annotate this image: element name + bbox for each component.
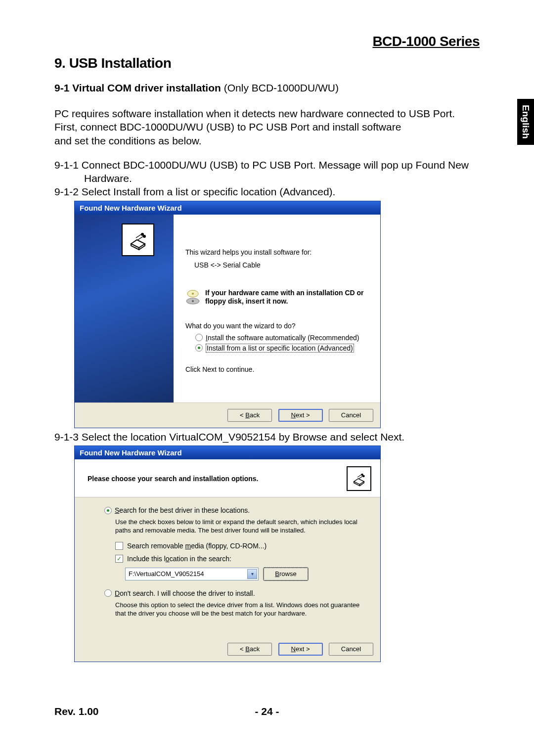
step-9-1-1-line1: 9-1-1 Connect BDC-1000DU/WU (USB) to PC …	[54, 159, 469, 171]
wizard-dialog-2: Found New Hardware Wizard Please choose …	[74, 445, 381, 662]
dialog2-buttons: < Back Next > Cancel	[75, 628, 380, 662]
dialog2-help2: Choose this option to select the device …	[115, 601, 367, 618]
path-value: F:\VertualCOM_V9052154	[129, 570, 204, 578]
cd-hint-text: If your hardware came with an installati…	[205, 289, 368, 306]
check-media-row[interactable]: Search removable media (floppy, CD-ROM..…	[115, 542, 367, 550]
dialog2-header: Please choose your search and installati…	[75, 459, 380, 497]
radio-search-label: Search for the best driver in these loca…	[115, 506, 250, 514]
browse-button[interactable]: Browse	[264, 568, 308, 580]
svg-point-5	[192, 300, 194, 302]
path-row: F:\VertualCOM_V9052154 ▾ Browse	[125, 568, 367, 580]
dialog1-content: This wizard helps you install software f…	[174, 215, 380, 402]
check-media-label: Search removable media (floppy, CD-ROM..…	[127, 542, 267, 550]
wizard-dialog-1: Found New Hardware Wizard	[74, 201, 381, 428]
step-9-1-1-line2: Hardware.	[54, 172, 480, 185]
radio-auto-row[interactable]: Install the software automatically (Reco…	[195, 334, 368, 342]
back-button[interactable]: < Back	[227, 643, 272, 656]
radio-list-row[interactable]: Install from a list or specific location…	[195, 344, 368, 353]
intro-paragraph: PC requires software installation when i…	[54, 107, 480, 147]
dialog1-click-next: Click Next to continue.	[185, 365, 368, 373]
dialog2-titlebar: Found New Hardware Wizard	[75, 446, 380, 459]
dialog1-body: This wizard helps you install software f…	[75, 215, 380, 402]
svg-point-7	[363, 476, 364, 477]
series-header: BCD-1000 Series	[54, 34, 480, 49]
back-button[interactable]: < Back	[227, 409, 272, 422]
radio-dont-search-label: Don't search. I will choose the driver t…	[115, 589, 255, 597]
subsection-bold: 9-1 Virtual COM driver installation	[54, 82, 221, 93]
section-title: 9. USB Installation	[54, 55, 480, 71]
dialog1-question: What do you want the wizard to do?	[185, 322, 368, 330]
hardware-icon	[347, 466, 371, 491]
check-location[interactable]	[115, 555, 123, 563]
dialog2-header-text: Please choose your search and installati…	[88, 475, 258, 483]
page: English BCD-1000 Series 9. USB Installat…	[0, 0, 534, 756]
check-media[interactable]	[115, 542, 123, 550]
dialog1-titlebar: Found New Hardware Wizard	[75, 201, 380, 215]
cancel-button[interactable]: Cancel	[329, 409, 373, 422]
radio-auto[interactable]	[195, 334, 203, 341]
radio-auto-label: Install the software automatically (Reco…	[206, 334, 359, 342]
cd-icon	[185, 289, 200, 307]
dialog1-device: USB <-> Serial Cable	[194, 261, 368, 269]
check-location-label: Include this location in the search:	[127, 555, 231, 563]
dialog1-banner	[75, 215, 174, 402]
dialog1-buttons: < Back Next > Cancel	[75, 402, 380, 428]
dialog2-help1: Use the check boxes below to limit or ex…	[115, 518, 367, 535]
content: BCD-1000 Series 9. USB Installation 9-1 …	[54, 34, 480, 664]
dialog2-body: Search for the best driver in these loca…	[75, 497, 380, 628]
radio-list[interactable]	[195, 344, 203, 352]
dialog1-intro: This wizard helps you install software f…	[185, 248, 368, 256]
dropdown-icon[interactable]: ▾	[247, 569, 257, 579]
cd-hint-row: If your hardware came with an installati…	[185, 289, 368, 307]
svg-point-0	[141, 233, 143, 235]
footer-page: - 24 -	[0, 706, 534, 717]
radio-dont-search-row[interactable]: Don't search. I will choose the driver t…	[104, 589, 367, 597]
radio-search[interactable]	[104, 507, 112, 514]
svg-point-1	[143, 235, 145, 237]
subsection-title: 9-1 Virtual COM driver installation (Onl…	[54, 82, 480, 94]
language-tab: English	[517, 99, 534, 145]
hardware-icon	[122, 223, 154, 256]
radio-list-label: Install from a list or specific location…	[206, 344, 354, 353]
svg-point-6	[361, 474, 363, 476]
radio-dont-search[interactable]	[104, 589, 112, 597]
svg-point-3	[192, 293, 194, 295]
next-button[interactable]: Next >	[278, 409, 323, 422]
check-location-row[interactable]: Include this location in the search:	[115, 555, 367, 563]
subsection-paren: (Only BCD-1000DU/WU)	[221, 82, 339, 93]
step-9-1-2: 9-1-2 Select Install from a list or spec…	[54, 185, 480, 198]
next-button[interactable]: Next >	[278, 643, 323, 656]
step-9-1-3: 9-1-3 Select the location VirtualCOM_V90…	[54, 430, 480, 444]
step-9-1-1: 9-1-1 Connect BDC-1000DU/WU (USB) to PC …	[54, 158, 480, 185]
radio-search-row[interactable]: Search for the best driver in these loca…	[104, 506, 367, 514]
path-combobox[interactable]: F:\VertualCOM_V9052154 ▾	[125, 568, 259, 580]
cancel-button[interactable]: Cancel	[329, 643, 373, 656]
